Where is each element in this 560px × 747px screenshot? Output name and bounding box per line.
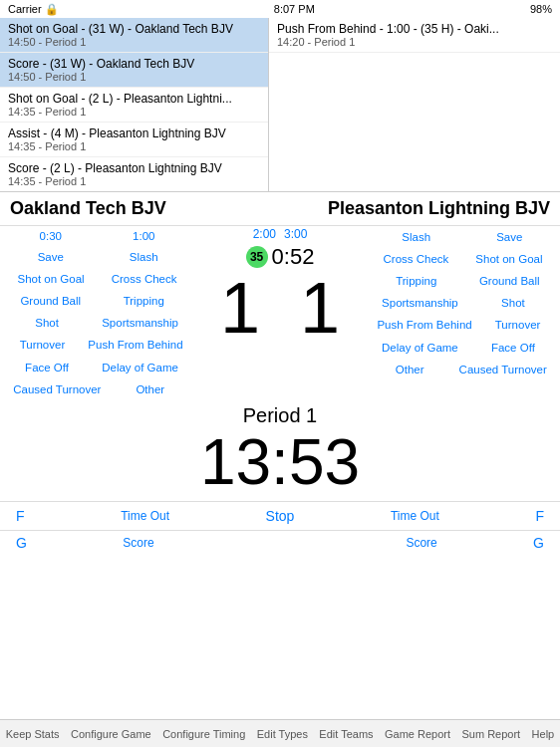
left-stats-row-0: SaveSlash (0, 246, 194, 268)
center-penalty-times: 2:00 3:00 (194, 226, 366, 242)
right-stat-col1-1[interactable]: Cross Check (380, 251, 453, 267)
event-item[interactable]: Score - (31 W) - Oakland Tech BJV14:50 -… (0, 53, 268, 88)
event-item[interactable]: Score - (2 L) - Pleasanton Lightning BJV… (0, 157, 268, 191)
stop-button[interactable]: Stop (266, 508, 295, 524)
toolbar-item-0[interactable]: Keep Stats (6, 728, 60, 740)
penalty-100[interactable]: 1:00 (109, 228, 178, 244)
right-stats-row-2: TrippingGround Ball (366, 270, 560, 292)
right-stat-col1-5[interactable]: Delay of Game (378, 340, 462, 356)
bottom-controls-2: G Score Score G (0, 530, 560, 555)
toolbar-item-4[interactable]: Edit Teams (319, 728, 373, 740)
left-stat-col2-6[interactable]: Other (116, 381, 185, 397)
left-stat-col1-0[interactable]: Save (16, 249, 86, 265)
right-stat-col2-0[interactable]: Save (474, 229, 544, 245)
left-stat-col1-1[interactable]: Shot on Goal (14, 271, 89, 287)
right-stat-col1-3[interactable]: Sportsmanship (378, 295, 462, 311)
left-stats-row-5: Face OffDelay of Game (0, 357, 194, 378)
toolbar-item-5[interactable]: Game Report (385, 728, 450, 740)
event-item-right[interactable]: Push From Behind - 1:00 - (35 H) - Oaki.… (269, 18, 560, 53)
right-stats-row-0: SlashSave (366, 226, 560, 248)
status-bar: Carrier 🔒 8:07 PM 98% (0, 0, 560, 18)
event-item[interactable]: Shot on Goal - (31 W) - Oakland Tech BJV… (0, 18, 268, 53)
toolbar-item-7[interactable]: Help (532, 728, 555, 740)
home-score-button[interactable]: Score (123, 536, 153, 550)
toolbar-item-3[interactable]: Edit Types (257, 728, 308, 740)
toolbar-item-6[interactable]: Sum Report (461, 728, 520, 740)
events-right: Push From Behind - 1:00 - (35 H) - Oaki.… (269, 18, 560, 191)
away-score-button[interactable]: Score (406, 536, 436, 550)
right-stat-col2-6[interactable]: Caused Turnover (455, 362, 551, 377)
left-stat-col1-6[interactable]: Caused Turnover (9, 381, 105, 397)
period-label: Period 1 (0, 400, 560, 427)
event-item[interactable]: Assist - (4 M) - Pleasanton Lightning BJ… (0, 123, 268, 157)
left-stat-col2-4[interactable]: Push From Behind (84, 337, 186, 354)
penalty-300[interactable]: 3:00 (284, 227, 307, 241)
right-stat-col2-5[interactable]: Face Off (478, 340, 548, 356)
left-stat-col1-3[interactable]: Shot (12, 315, 82, 331)
main-clock[interactable]: 13:53 (0, 427, 560, 497)
team-headers: Oakland Tech BJV Pleasanton Lightning BJ… (0, 192, 560, 226)
events-panel: Shot on Goal - (31 W) - Oakland Tech BJV… (0, 18, 560, 192)
left-stats: 0:30 1:00 SaveSlashShot on GoalCross Che… (0, 226, 194, 400)
left-stat-col2-1[interactable]: Cross Check (108, 271, 181, 287)
away-g-button[interactable]: G (533, 535, 544, 551)
event-item[interactable]: Shot on Goal - (2 L) - Pleasanton Lightn… (0, 88, 268, 123)
home-f-button[interactable]: F (16, 508, 25, 524)
right-stat-col1-6[interactable]: Other (375, 362, 444, 377)
penalty-row-left: 0:30 1:00 (0, 226, 194, 246)
shot-clock-badge[interactable]: 35 (246, 246, 268, 268)
right-stats-row-4: Push From BehindTurnover (366, 314, 560, 337)
left-stat-col1-4[interactable]: Turnover (7, 337, 77, 353)
right-stat-col2-3[interactable]: Shot (478, 295, 548, 311)
away-f-button[interactable]: F (535, 508, 544, 524)
penalty-030[interactable]: 0:30 (16, 228, 86, 244)
right-stat-col1-4[interactable]: Push From Behind (373, 317, 475, 334)
right-stats: SlashSaveCross CheckShot on GoalTripping… (366, 226, 560, 400)
penalty-200[interactable]: 2:00 (253, 227, 276, 241)
right-stat-col2-1[interactable]: Shot on Goal (471, 251, 546, 267)
right-stat-col2-4[interactable]: Turnover (483, 317, 553, 333)
away-team-name: Pleasanton Lightning BJV (328, 198, 550, 219)
right-stats-row-6: OtherCaused Turnover (366, 359, 560, 380)
home-timeout-button[interactable]: Time Out (121, 509, 169, 523)
scores-row: 1 1 (220, 272, 340, 344)
right-stats-row-5: Delay of GameFace Off (366, 337, 560, 359)
right-stat-col1-2[interactable]: Tripping (382, 273, 451, 289)
right-stat-col2-2[interactable]: Ground Ball (474, 273, 544, 289)
left-stat-col2-0[interactable]: Slash (109, 249, 178, 265)
home-g-button[interactable]: G (16, 535, 27, 551)
left-stats-row-1: Shot on GoalCross Check (0, 268, 194, 290)
home-score[interactable]: 1 (220, 272, 260, 344)
right-stats-row-3: SportsmanshipShot (366, 292, 560, 314)
carrier-text: Carrier 🔒 (8, 3, 59, 16)
left-stats-row-6: Caused TurnoverOther (0, 378, 194, 400)
toolbar-item-1[interactable]: Configure Game (71, 728, 151, 740)
bottom-controls: F Time Out Stop Time Out F (0, 501, 560, 530)
left-stat-col1-2[interactable]: Ground Ball (16, 293, 86, 309)
left-stat-col2-2[interactable]: Tripping (109, 293, 178, 309)
right-stat-col1-0[interactable]: Slash (382, 229, 451, 245)
battery-indicator: 98% (530, 3, 552, 15)
bottom-toolbar: Keep StatsConfigure GameConfigure Timing… (0, 719, 560, 747)
shot-clock-time: 0:52 (272, 244, 315, 270)
left-stats-row-3: ShotSportsmanship (0, 312, 194, 334)
away-timeout-button[interactable]: Time Out (391, 509, 439, 523)
home-team-name: Oakland Tech BJV (10, 198, 166, 219)
status-time: 8:07 PM (274, 3, 315, 15)
center-area: 2:00 3:00 35 0:52 1 1 (194, 226, 366, 400)
events-left: Shot on Goal - (31 W) - Oakland Tech BJV… (0, 18, 269, 191)
left-stat-col1-5[interactable]: Face Off (12, 360, 82, 375)
away-score[interactable]: 1 (300, 272, 340, 344)
toolbar-item-2[interactable]: Configure Timing (162, 728, 245, 740)
stats-area: 0:30 1:00 SaveSlashShot on GoalCross Che… (0, 226, 560, 400)
left-stats-row-4: TurnoverPush From Behind (0, 334, 194, 357)
right-stats-row-1: Cross CheckShot on Goal (366, 248, 560, 270)
left-stat-col2-3[interactable]: Sportsmanship (98, 315, 182, 331)
left-stats-row-2: Ground BallTripping (0, 290, 194, 312)
left-stat-col2-5[interactable]: Delay of Game (98, 360, 182, 375)
